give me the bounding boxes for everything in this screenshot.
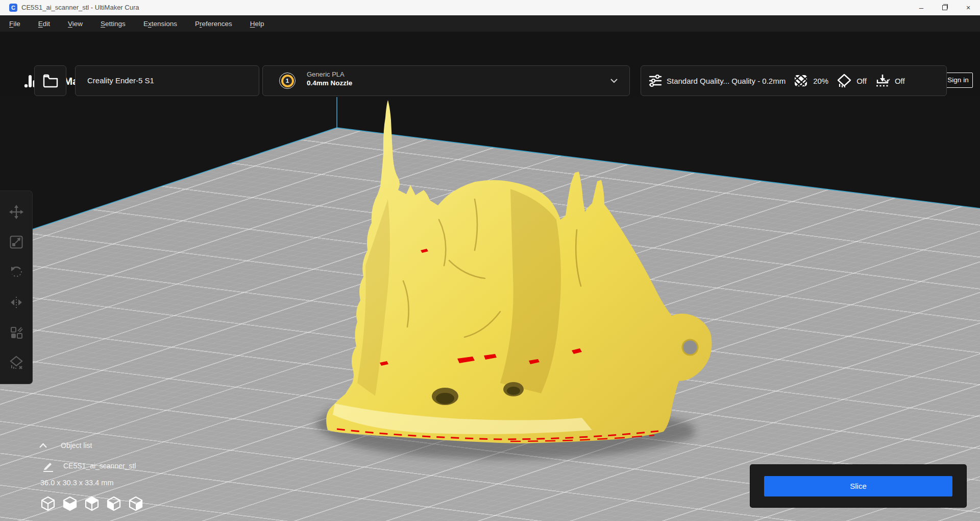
app-icon: C [9, 4, 17, 12]
cube-3d-icon [40, 495, 56, 512]
open-file-button[interactable] [34, 65, 66, 96]
view-front-button[interactable] [62, 495, 78, 512]
cube-top-icon [84, 495, 100, 512]
window-title: CE5S1_ai_scanner_stl - UltiMaker Cura [21, 0, 139, 15]
model-dimensions: 36.0 x 30.3 x 33.4 mm [40, 479, 113, 487]
print-settings-selector[interactable]: Standard Quality... Quality - 0.2mm 20% … [641, 65, 947, 96]
infill-icon [794, 74, 808, 87]
nozzle-size: 0.4mm Nozzle [307, 79, 352, 87]
menu-view[interactable]: View [68, 20, 83, 28]
slice-button[interactable]: Slice [764, 476, 952, 496]
rotate-icon [9, 265, 23, 279]
cube-left-icon [106, 495, 122, 512]
support-blocker-icon [9, 356, 23, 370]
object-list-header[interactable]: Object list [39, 441, 92, 449]
printer-selector[interactable]: Creality Ender-5 S1 [75, 65, 259, 96]
rotate-tool-button[interactable] [7, 263, 26, 281]
restore-icon [942, 5, 947, 10]
menu-bar: File Edit View Settings Extensions Prefe… [0, 15, 980, 32]
chevron-up-icon [39, 443, 47, 448]
pencil-icon [43, 460, 54, 472]
cube-front-icon [62, 495, 78, 512]
folder-open-icon [42, 74, 59, 88]
per-model-settings-button[interactable] [7, 323, 26, 342]
title-bar: C CE5S1_ai_scanner_stl - UltiMaker Cura … [0, 0, 980, 15]
extruder-1-badge: 1 [279, 73, 296, 89]
per-model-settings-icon [9, 325, 23, 340]
material-name: Generic PLA [307, 70, 352, 78]
cube-right-icon [128, 495, 144, 512]
material-selector[interactable]: 1 Generic PLA 0.4mm Nozzle [262, 65, 630, 96]
view-preset-buttons [40, 495, 144, 512]
close-button[interactable]: × [957, 0, 979, 15]
slice-panel: Slice [750, 465, 966, 507]
sign-in-button[interactable]: Sign in [943, 73, 973, 88]
mirror-tool-button[interactable] [7, 293, 26, 312]
menu-help[interactable]: Help [250, 20, 264, 28]
minimize-button[interactable]: – [910, 0, 933, 15]
mirror-icon [9, 295, 23, 310]
menu-file[interactable]: File [9, 20, 20, 28]
support-value: Off [856, 77, 867, 85]
scale-icon [9, 235, 23, 249]
view-3d-button[interactable] [40, 495, 56, 512]
tune-sliders-icon [648, 74, 663, 88]
view-top-button[interactable] [84, 495, 100, 512]
chevron-down-icon [883, 78, 891, 83]
object-list-item[interactable]: CE5S1_ai_scanner_stl [43, 460, 136, 472]
extruder-number: 1 [286, 78, 289, 84]
print-profile-label: Standard Quality... Quality - 0.2mm [667, 77, 786, 85]
menu-extensions[interactable]: Extensions [143, 20, 177, 28]
support-blocker-button[interactable] [7, 353, 26, 372]
view-left-button[interactable] [106, 495, 122, 512]
left-toolbar [0, 191, 33, 384]
infill-value: 20% [813, 77, 828, 85]
view-right-button[interactable] [128, 495, 144, 512]
chevron-down-icon [610, 78, 618, 83]
menu-settings[interactable]: Settings [101, 20, 126, 28]
scale-tool-button[interactable] [7, 233, 26, 251]
object-list-title: Object list [61, 441, 92, 449]
object-name: CE5S1_ai_scanner_stl [63, 462, 136, 470]
printer-name: Creality Ender-5 S1 [87, 66, 154, 96]
menu-edit[interactable]: Edit [38, 20, 50, 28]
restore-button[interactable] [934, 0, 956, 15]
adhesion-value: Off [895, 77, 905, 85]
support-icon [837, 74, 852, 88]
menu-preferences[interactable]: Preferences [195, 20, 232, 28]
move-tool-button[interactable] [7, 203, 26, 221]
move-icon [9, 205, 23, 219]
cura-window: C CE5S1_ai_scanner_stl - UltiMaker Cura … [0, 0, 980, 521]
